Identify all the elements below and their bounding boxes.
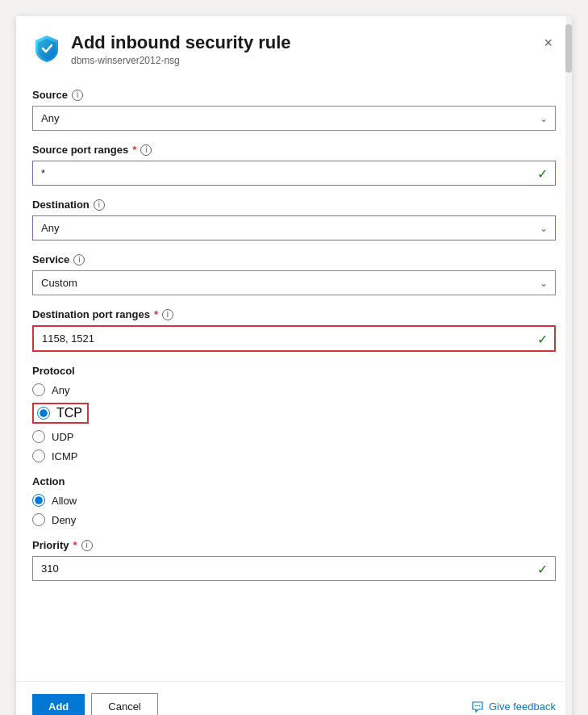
action-label: Action xyxy=(32,475,556,487)
action-deny-item: Deny xyxy=(32,513,556,526)
dest-port-info-icon[interactable]: i xyxy=(162,309,173,320)
service-info-icon[interactable]: i xyxy=(73,254,85,266)
protocol-any-label[interactable]: Any xyxy=(52,384,69,396)
destination-field-group: Destination i Any IP Addresses Service T… xyxy=(32,199,556,240)
protocol-tcp-label[interactable]: TCP xyxy=(56,406,82,420)
give-feedback-button[interactable]: Give feedback xyxy=(471,700,556,713)
destination-label: Destination i xyxy=(32,199,556,211)
protocol-icmp-label[interactable]: ICMP xyxy=(52,450,78,462)
action-allow-radio[interactable] xyxy=(32,494,45,507)
source-port-input-wrapper: ✓ xyxy=(32,161,556,186)
panel-title-area: Add inbound security rule dbms-winserver… xyxy=(71,32,540,66)
source-select-wrapper: Any IP Addresses Service Tag Application… xyxy=(32,106,556,131)
svg-point-1 xyxy=(477,705,478,706)
protocol-field-group: Protocol Any TCP UDP ICMP xyxy=(32,365,556,462)
scrollbar-thumb[interactable] xyxy=(565,24,572,73)
protocol-udp-radio[interactable] xyxy=(32,430,45,443)
protocol-udp-label[interactable]: UDP xyxy=(52,431,73,443)
dest-port-ranges-input[interactable] xyxy=(32,325,556,352)
action-deny-label[interactable]: Deny xyxy=(52,514,76,526)
azure-shield-icon xyxy=(32,34,61,63)
close-button[interactable]: × xyxy=(540,32,556,53)
dest-port-ranges-label: Destination port ranges * i xyxy=(32,308,556,320)
action-field-group: Action Allow Deny xyxy=(32,475,556,526)
source-info-icon[interactable]: i xyxy=(72,90,83,101)
dest-port-check-icon: ✓ xyxy=(537,331,548,346)
protocol-tcp-border-box: TCP xyxy=(32,403,89,424)
protocol-label: Protocol xyxy=(32,365,556,377)
panel-subtitle: dbms-winserver2012-nsg xyxy=(71,55,540,66)
action-deny-radio[interactable] xyxy=(32,513,45,526)
protocol-tcp-radio[interactable] xyxy=(37,407,50,420)
action-allow-item: Allow xyxy=(32,494,556,507)
add-inbound-rule-panel: Add inbound security rule dbms-winserver… xyxy=(16,16,572,715)
service-field-group: Service i Custom HTTP HTTPS SSH RDP MS S… xyxy=(32,253,556,295)
priority-check-icon: ✓ xyxy=(537,561,548,576)
protocol-icmp-radio[interactable] xyxy=(32,449,45,462)
source-port-ranges-field-group: Source port ranges * i ✓ xyxy=(32,144,556,186)
dest-port-input-wrapper: ✓ xyxy=(32,325,556,352)
panel-footer: Add Cancel Give feedback xyxy=(16,681,572,715)
give-feedback-label: Give feedback xyxy=(489,700,556,713)
svg-point-0 xyxy=(475,705,477,706)
priority-field-group: Priority * i ✓ xyxy=(32,539,556,581)
destination-select[interactable]: Any IP Addresses Service Tag Application… xyxy=(32,215,556,240)
dest-port-ranges-field-group: Destination port ranges * i ✓ xyxy=(32,308,556,352)
destination-info-icon[interactable]: i xyxy=(94,199,105,211)
source-port-ranges-input[interactable] xyxy=(32,161,556,186)
add-button[interactable]: Add xyxy=(32,694,85,715)
action-allow-label[interactable]: Allow xyxy=(52,495,77,507)
destination-select-wrapper: Any IP Addresses Service Tag Application… xyxy=(32,215,556,240)
protocol-tcp-item: TCP xyxy=(32,403,556,424)
panel-body: Source i Any IP Addresses Service Tag Ap… xyxy=(16,76,572,681)
source-port-info-icon[interactable]: i xyxy=(140,144,152,156)
priority-label: Priority * i xyxy=(32,539,556,551)
feedback-icon xyxy=(471,700,484,713)
priority-input[interactable] xyxy=(32,556,556,581)
source-select[interactable]: Any IP Addresses Service Tag Application… xyxy=(32,106,556,131)
source-port-check-icon: ✓ xyxy=(537,165,548,181)
source-port-ranges-label: Source port ranges * i xyxy=(32,144,556,156)
protocol-any-radio[interactable] xyxy=(32,383,45,396)
svg-point-2 xyxy=(479,705,481,706)
protocol-icmp-item: ICMP xyxy=(32,449,556,462)
service-select[interactable]: Custom HTTP HTTPS SSH RDP MS SQL xyxy=(32,270,556,295)
panel-title: Add inbound security rule xyxy=(71,32,540,53)
panel-header: Add inbound security rule dbms-winserver… xyxy=(16,16,572,76)
protocol-udp-item: UDP xyxy=(32,430,556,443)
cancel-button[interactable]: Cancel xyxy=(91,693,157,715)
service-label: Service i xyxy=(32,253,556,266)
service-select-wrapper: Custom HTTP HTTPS SSH RDP MS SQL ⌄ xyxy=(32,270,556,295)
source-field-group: Source i Any IP Addresses Service Tag Ap… xyxy=(32,89,556,131)
source-label: Source i xyxy=(32,89,556,101)
protocol-any-item: Any xyxy=(32,383,556,396)
scrollbar[interactable] xyxy=(565,16,572,715)
priority-info-icon[interactable]: i xyxy=(81,540,93,551)
priority-input-wrapper: ✓ xyxy=(32,556,556,581)
